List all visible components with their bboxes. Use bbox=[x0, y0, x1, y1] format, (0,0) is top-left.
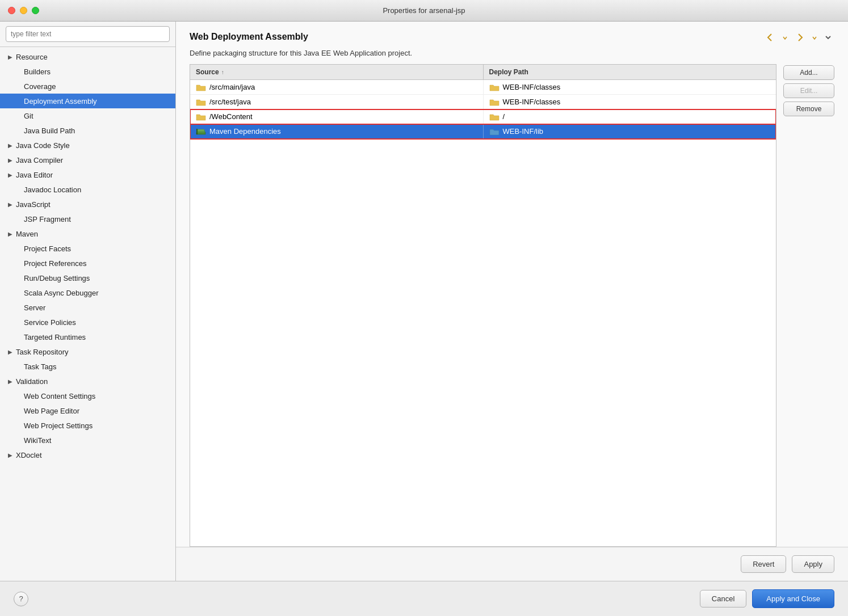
deploy-cell: WEB-INF/classes bbox=[484, 80, 776, 94]
sidebar-item-validation[interactable]: ▶ Validation bbox=[0, 374, 175, 389]
sidebar-item-wikitext[interactable]: WikiText bbox=[0, 433, 175, 448]
sidebar-item-java-editor[interactable]: ▶ Java Editor bbox=[0, 167, 175, 182]
deploy-cell: WEB-INF/lib bbox=[484, 124, 776, 138]
menu-dropdown-button[interactable] bbox=[822, 32, 834, 43]
titlebar: Properties for arsenal-jsp bbox=[0, 0, 848, 22]
sidebar-item-scala-async-debugger[interactable]: Scala Async Debugger bbox=[0, 285, 175, 300]
sidebar-item-java-build-path[interactable]: Java Build Path bbox=[0, 123, 175, 138]
sidebar: ▶ Resource Builders Coverage Deployment … bbox=[0, 22, 176, 581]
maximize-button[interactable] bbox=[32, 7, 39, 14]
sidebar-item-web-page-editor[interactable]: Web Page Editor bbox=[0, 403, 175, 418]
sidebar-item-java-code-style[interactable]: ▶ Java Code Style bbox=[0, 138, 175, 153]
remove-button[interactable]: Remove bbox=[783, 102, 834, 116]
forward-dropdown-button[interactable] bbox=[809, 32, 820, 43]
side-buttons: Add... Edit... Remove bbox=[783, 64, 834, 547]
folder-icon bbox=[489, 113, 499, 121]
source-cell: Maven Dependencies bbox=[190, 124, 484, 138]
sidebar-item-web-project-settings[interactable]: Web Project Settings bbox=[0, 418, 175, 433]
table-header: Source ↑ Deploy Path bbox=[190, 65, 776, 80]
folder-icon bbox=[196, 83, 206, 91]
header-nav-icons bbox=[763, 32, 834, 43]
content-description: Define packaging structure for this Java… bbox=[176, 49, 848, 64]
folder-icon bbox=[196, 98, 206, 106]
sidebar-item-git[interactable]: Git bbox=[0, 108, 175, 123]
back-button[interactable] bbox=[763, 32, 778, 43]
minimize-button[interactable] bbox=[20, 7, 27, 14]
revert-button[interactable]: Revert bbox=[741, 555, 786, 573]
folder-icon bbox=[489, 83, 499, 91]
add-button[interactable]: Add... bbox=[783, 65, 834, 80]
svg-rect-2 bbox=[198, 129, 204, 132]
table-section: Source ↑ Deploy Path bbox=[176, 64, 848, 547]
svg-rect-3 bbox=[196, 129, 198, 134]
source-cell: /src/main/java bbox=[190, 80, 484, 94]
sidebar-item-java-compiler[interactable]: ▶ Java Compiler bbox=[0, 153, 175, 167]
apply-button[interactable]: Apply bbox=[792, 555, 834, 573]
filter-input[interactable] bbox=[6, 26, 170, 42]
maven-icon bbox=[196, 128, 206, 136]
source-cell: /src/test/java bbox=[190, 95, 484, 109]
table-row[interactable]: /src/main/java WEB-INF/classes bbox=[190, 80, 776, 95]
sidebar-item-javadoc-location[interactable]: Javadoc Location bbox=[0, 182, 175, 197]
sidebar-item-resource[interactable]: ▶ Resource bbox=[0, 49, 175, 64]
source-cell: /WebContent bbox=[190, 109, 484, 124]
help-button[interactable]: ? bbox=[14, 592, 28, 606]
forward-button[interactable] bbox=[792, 32, 807, 43]
content-title: Web Deployment Assembly bbox=[190, 32, 308, 42]
sidebar-item-xdoclet[interactable]: ▶ XDoclet bbox=[0, 448, 175, 462]
sidebar-item-coverage[interactable]: Coverage bbox=[0, 79, 175, 94]
source-column-header: Source ↑ bbox=[190, 65, 484, 79]
cancel-button[interactable]: Cancel bbox=[700, 590, 746, 607]
dialog-footer: ? Cancel Apply and Close bbox=[0, 581, 848, 616]
folder-icon bbox=[196, 113, 206, 121]
filter-wrap bbox=[0, 22, 175, 47]
edit-button[interactable]: Edit... bbox=[783, 83, 834, 98]
footer-right: Cancel Apply and Close bbox=[700, 589, 834, 608]
window-title: Properties for arsenal-jsp bbox=[383, 6, 465, 15]
sidebar-tree: ▶ Resource Builders Coverage Deployment … bbox=[0, 47, 175, 581]
deployment-table: Source ↑ Deploy Path bbox=[190, 64, 776, 547]
table-row[interactable]: /src/test/java WEB-INF/classes bbox=[190, 95, 776, 109]
sidebar-item-deployment-assembly[interactable]: Deployment Assembly bbox=[0, 94, 175, 108]
table-wrapper: Source ↑ Deploy Path bbox=[190, 64, 834, 547]
sidebar-item-task-tags[interactable]: Task Tags bbox=[0, 359, 175, 374]
apply-close-button[interactable]: Apply and Close bbox=[752, 589, 834, 608]
table-body: /src/main/java WEB-INF/classes bbox=[190, 80, 776, 546]
deploy-cell: WEB-INF/classes bbox=[484, 95, 776, 109]
deploy-cell: / bbox=[484, 109, 776, 124]
table-row[interactable]: Maven Dependencies WEB-INF/lib bbox=[190, 124, 776, 139]
sidebar-item-builders[interactable]: Builders bbox=[0, 64, 175, 79]
sidebar-item-project-facets[interactable]: Project Facets bbox=[0, 241, 175, 256]
content-header: Web Deployment Assembly bbox=[176, 22, 848, 49]
sidebar-item-maven[interactable]: ▶ Maven bbox=[0, 226, 175, 241]
bottom-bar: Revert Apply bbox=[176, 547, 848, 581]
table-row[interactable]: /WebContent / bbox=[190, 109, 776, 124]
main-container: ▶ Resource Builders Coverage Deployment … bbox=[0, 22, 848, 581]
content-area: Web Deployment Assembly bbox=[176, 22, 848, 581]
expand-arrow-resource: ▶ bbox=[8, 54, 16, 60]
close-button[interactable] bbox=[8, 7, 15, 14]
window-controls bbox=[8, 7, 39, 14]
sidebar-item-service-policies[interactable]: Service Policies bbox=[0, 315, 175, 330]
sidebar-item-web-content-settings[interactable]: Web Content Settings bbox=[0, 389, 175, 403]
sidebar-item-task-repository[interactable]: ▶ Task Repository bbox=[0, 344, 175, 359]
sidebar-item-run-debug-settings[interactable]: Run/Debug Settings bbox=[0, 271, 175, 285]
folder-blue-icon bbox=[489, 128, 499, 136]
sidebar-item-server[interactable]: Server bbox=[0, 300, 175, 315]
sidebar-item-targeted-runtimes[interactable]: Targeted Runtimes bbox=[0, 330, 175, 344]
back-dropdown-button[interactable] bbox=[780, 32, 790, 43]
sidebar-item-project-references[interactable]: Project References bbox=[0, 256, 175, 271]
deploy-column-header: Deploy Path bbox=[484, 65, 776, 79]
folder-icon bbox=[489, 98, 499, 106]
sidebar-item-jsp-fragment[interactable]: JSP Fragment bbox=[0, 212, 175, 226]
sort-arrow-source: ↑ bbox=[221, 69, 224, 75]
sidebar-item-javascript[interactable]: ▶ JavaScript bbox=[0, 197, 175, 212]
